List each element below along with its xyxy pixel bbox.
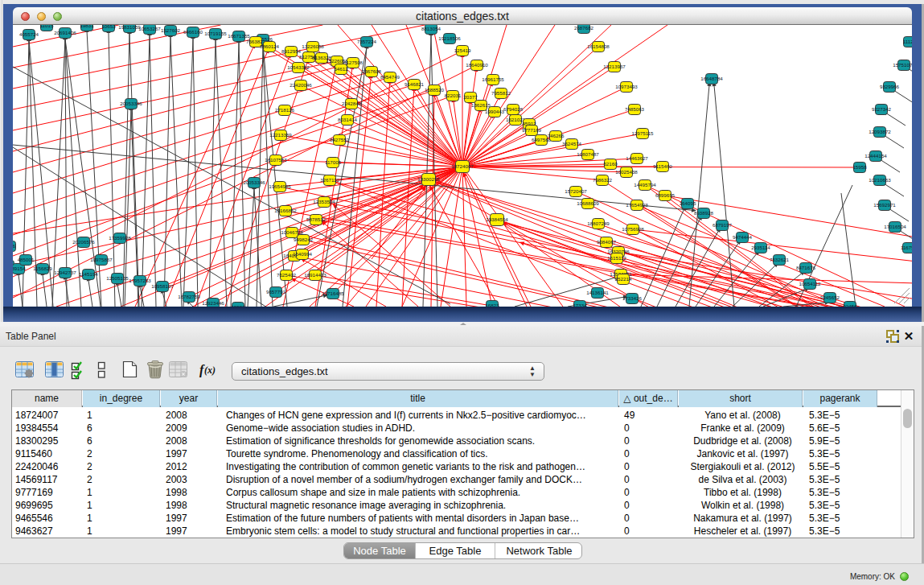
svg-text:7632621: 7632621 [770,257,790,262]
svg-text:8454749: 8454749 [380,74,400,80]
svg-text:12444154: 12444154 [864,153,887,159]
svg-text:11015: 11015 [40,25,54,28]
svg-text:15720407: 15720407 [565,188,587,194]
svg-text:14463627: 14463627 [626,155,648,161]
svg-text:15716485: 15716485 [322,290,344,296]
svg-text:20691406: 20691406 [54,30,76,35]
svg-text:16107553: 16107553 [265,157,287,163]
svg-text:19831059: 19831059 [118,25,141,30]
svg-text:14495794: 14495794 [634,182,656,187]
svg-text:9245652: 9245652 [820,295,840,300]
svg-text:7485063: 7485063 [625,106,645,112]
svg-text:10653267: 10653267 [138,26,161,31]
svg-text:20206576: 20206576 [72,239,95,245]
svg-text:10046738: 10046738 [281,229,303,235]
svg-text:1640994: 1640994 [293,251,313,257]
svg-text:54612: 54612 [334,66,348,72]
svg-text:117006: 117006 [325,159,342,165]
svg-text:16961755: 16961755 [482,76,504,82]
svg-text:12505135: 12505135 [106,275,129,281]
svg-text:12093872: 12093872 [869,129,891,134]
svg-text:8938928: 8938928 [694,210,714,216]
svg-text:9227342: 9227342 [872,106,892,112]
svg-text:9498242: 9498242 [294,237,314,242]
svg-text:11123: 11123 [903,39,912,44]
svg-text:9657791: 9657791 [266,289,286,295]
svg-text:9474444: 9474444 [733,234,753,240]
svg-text:15751074: 15751074 [893,62,912,68]
svg-text:12923446: 12923446 [202,300,224,306]
svg-text:1990443: 1990443 [485,109,505,114]
svg-text:17654923: 17654923 [626,202,648,208]
svg-text:3267110: 3267110 [320,177,339,183]
svg-text:10688609: 10688609 [577,200,599,206]
svg-text:20053346: 20053346 [243,179,265,185]
svg-text:8427552: 8427552 [330,137,350,142]
svg-text:10543382: 10543382 [287,64,310,70]
svg-text:18640910: 18640910 [466,62,488,68]
svg-text:18300295: 18300295 [417,176,440,182]
svg-text:7625402: 7625402 [277,272,297,278]
svg-text:822031: 822031 [445,93,462,98]
svg-text:9146821: 9146821 [405,81,425,87]
svg-text:2718126: 2718126 [275,107,295,113]
svg-text:485001: 485001 [18,257,35,262]
svg-text:(x): (x) [204,365,216,376]
svg-text:17334: 17334 [573,303,587,307]
svg-text:2687682: 2687682 [574,25,594,31]
svg-text:12213967: 12213967 [603,64,626,69]
svg-text:13226058: 13226058 [302,43,324,49]
svg-text:1527602: 1527602 [161,27,181,33]
svg-text:8860124: 8860124 [260,43,280,49]
svg-text:15692971: 15692971 [873,202,896,208]
svg-text:164095: 164095 [680,200,696,206]
svg-text:16648784: 16648784 [700,76,723,81]
svg-text:12923: 12923 [231,304,245,307]
svg-text:12353594: 12353594 [313,199,335,204]
svg-text:16823: 16823 [485,303,499,307]
svg-text:8031414: 8031414 [338,117,358,122]
svg-text:16914473: 16914473 [304,272,326,278]
svg-text:18724007: 18724007 [451,163,474,169]
svg-text:1362615: 1362615 [471,102,491,108]
svg-text:8912954: 8912954 [281,48,302,54]
svg-text:3624574: 3624574 [562,141,582,146]
svg-text:1615112: 1615112 [607,255,626,261]
svg-text:9777169: 9777169 [522,127,542,133]
svg-text:16782759: 16782759 [178,294,200,299]
svg-text:17359928: 17359928 [109,235,131,241]
svg-text:9329966: 9329966 [880,84,900,89]
svg-text:8471676: 8471676 [796,265,816,270]
svg-text:6794028: 6794028 [503,106,524,112]
svg-text:17957253: 17957253 [129,278,151,283]
svg-text:18807249: 18807249 [587,220,610,226]
svg-text:252214: 252214 [615,276,632,282]
svg-text:19384554: 19384554 [486,216,508,222]
svg-text:5878532: 5878532 [306,216,326,222]
svg-text:4055724: 4055724 [19,31,39,37]
svg-text:1733426: 1733426 [622,295,643,301]
svg-text:10719155: 10719155 [204,31,227,36]
svg-text:1145194: 1145194 [79,271,98,277]
svg-text:20377: 20377 [463,94,478,100]
svg-text:7986322: 7986322 [593,177,613,183]
svg-text:6466160: 6466160 [183,29,203,35]
svg-text:12942737: 12942737 [54,270,76,275]
svg-text:116753: 116753 [901,245,912,250]
svg-text:16671355: 16671355 [228,33,250,39]
svg-text:9115460: 9115460 [653,163,672,169]
svg-text:12975115: 12975115 [631,130,654,136]
svg-text:22420046: 22420046 [290,82,312,88]
svg-text:10973493: 10973493 [615,84,638,89]
svg-text:17016504: 17016504 [884,224,906,229]
svg-text:8813054: 8813054 [421,26,441,31]
svg-text:10958107: 10958107 [151,283,174,289]
svg-text:92456: 92456 [843,303,857,307]
svg-text:6879197: 6879197 [713,222,733,228]
svg-text:14136141: 14136141 [586,290,609,295]
svg-text:10025438: 10025438 [615,169,638,175]
svg-text:16154808: 16154808 [587,43,610,49]
svg-text:10653: 10653 [101,25,116,29]
svg-text:746266: 746266 [548,133,565,138]
svg-text:2242848: 2242848 [342,101,362,106]
